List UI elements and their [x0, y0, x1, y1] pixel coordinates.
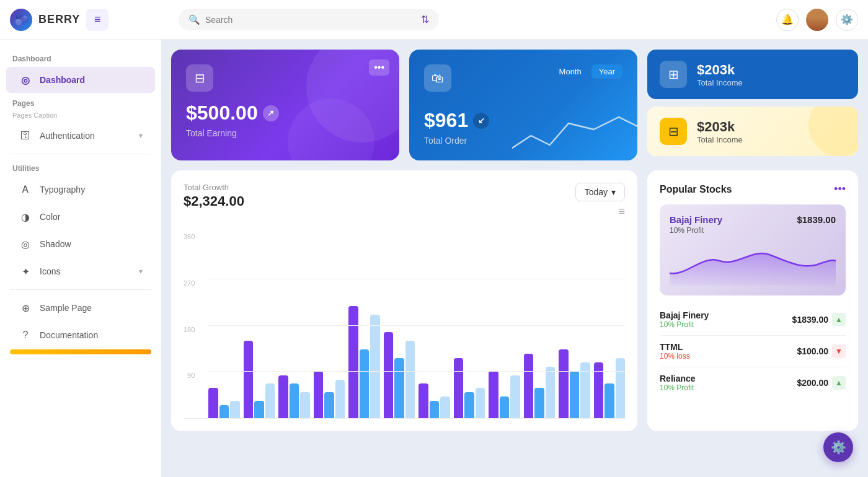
bar-light-3 [335, 380, 345, 419]
stat-amount-1: $203k [697, 62, 743, 78]
bar-light-6 [440, 396, 450, 418]
stock-price-reliance: $200.00 [797, 378, 828, 388]
search-bar: 🔍 ⇅ [179, 9, 439, 30]
logo-area: 🫐 BERRY ≡ [10, 9, 171, 31]
stock-name-group-reliance: Reliance 10% Profit [660, 374, 696, 392]
bar-group-7 [454, 358, 485, 418]
fab-settings-button[interactable]: ⚙️ [823, 432, 853, 462]
tab-year[interactable]: Year [591, 64, 622, 79]
bar-blue-6 [430, 401, 440, 418]
hamburger-button[interactable]: ≡ [86, 9, 108, 31]
bar-group-10 [559, 349, 590, 418]
bar-purple-10 [559, 349, 569, 418]
sidebar-item-dashboard[interactable]: ◎ Dashboard [6, 67, 155, 93]
stock-item-bajaj: Bajaj Finery 10% Profit $1839.00 ▲ [660, 304, 846, 336]
order-card-icon: 🛍 [424, 64, 451, 92]
sidebar-item-auth-label: Authentication [40, 131, 95, 141]
sample-page-icon: ⊕ [19, 301, 32, 315]
filter-icon[interactable]: ⇅ [421, 14, 429, 25]
shadow-icon: ◎ [19, 237, 32, 251]
chevron-down-icon-3: ▾ [611, 187, 616, 197]
sidebar-item-color[interactable]: ◑ Color [6, 204, 155, 230]
app-logo-text: BERRY [38, 13, 80, 26]
y-axis-labels: 360 270 180 90 [184, 233, 198, 418]
sidebar-item-shadow[interactable]: ◎ Shadow [6, 231, 155, 257]
chart-title: Total Growth [184, 183, 244, 192]
bar-purple-0 [208, 388, 218, 418]
stock-profit-reliance: 10% Profit [660, 383, 696, 392]
bar-group-6 [418, 383, 450, 418]
earning-amount: $500.00 ↗ [186, 102, 384, 125]
stock-arrow-bajaj: ▲ [832, 313, 846, 326]
bar-purple-4 [348, 306, 358, 418]
stat-card-income-blue: ⊞ $203k Total Income [647, 50, 858, 99]
bar-blue-8 [500, 396, 510, 418]
tab-month[interactable]: Month [552, 64, 589, 79]
bar-purple-3 [314, 371, 324, 418]
chevron-down-icon-2: ▾ [139, 267, 143, 276]
sidebar-item-typography[interactable]: Ꭺ Typography [6, 177, 155, 203]
dashboard-section-label: Dashboard [0, 50, 161, 66]
today-button[interactable]: Today ▾ [575, 183, 625, 201]
chart-menu-icon[interactable]: ≡ [618, 205, 625, 218]
stock-name-group-bajaj: Bajaj Finery 10% Profit [660, 310, 709, 329]
bar-group-8 [489, 371, 520, 418]
sidebar-item-documentation[interactable]: ? Documentation [6, 322, 155, 348]
sidebar: Dashboard ◎ Dashboard Pages Pages Captio… [0, 40, 161, 477]
bar-light-0 [230, 401, 240, 418]
yellow-blob [808, 107, 858, 156]
chart-header-left: Total Growth $2,324.00 [184, 183, 244, 209]
search-icon: 🔍 [188, 14, 200, 25]
search-input[interactable] [205, 15, 416, 25]
order-wave-chart [512, 111, 637, 160]
featured-stock-info: Bajaj Finery 10% Profit [670, 214, 722, 235]
stock-name-ttml: TTML [660, 342, 690, 352]
topbar-right: 🔔 ⚙️ [776, 9, 858, 31]
order-card-top: 🛍 Month Year [424, 64, 622, 102]
earning-more-button[interactable]: ••• [369, 59, 389, 76]
bar-blue-5 [394, 358, 404, 418]
stat-amount-2: $203k [697, 119, 743, 135]
bag-icon: 🛍 [432, 71, 444, 85]
stock-price-group-reliance: $200.00 ▲ [797, 376, 846, 390]
stock-profit-ttml: 10% loss [660, 352, 690, 361]
notification-button[interactable]: 🔔 [776, 9, 799, 31]
bar-blue-1 [254, 401, 264, 418]
sidebar-item-authentication[interactable]: ⚿ Authentication ▾ [6, 123, 155, 149]
icons-icon: ✦ [19, 265, 32, 278]
bar-light-9 [546, 367, 556, 418]
sidebar-item-sample-page[interactable]: ⊕ Sample Page [6, 295, 155, 321]
bar-light-4 [370, 315, 380, 418]
today-label: Today [585, 187, 608, 197]
bar-light-5 [405, 341, 415, 418]
bar-light-7 [476, 388, 485, 418]
bar-blue-7 [464, 392, 474, 418]
grid-line-3 [208, 371, 625, 372]
documentation-icon: ? [19, 328, 32, 342]
stock-name-bajaj: Bajaj Finery [660, 310, 709, 320]
chevron-down-icon: ▾ [139, 131, 143, 140]
sidebar-item-icons[interactable]: ✦ Icons ▾ [6, 258, 155, 284]
stock-item-reliance: Reliance 10% Profit $200.00 ▲ [660, 367, 846, 398]
pages-section-label: Pages [0, 94, 161, 110]
bar-purple-6 [418, 383, 428, 418]
bar-blue-9 [534, 388, 544, 418]
stock-name-reliance: Reliance [660, 374, 696, 383]
stock-item-ttml: TTML 10% loss $100.00 ▼ [660, 336, 846, 367]
bar-purple-5 [384, 332, 394, 418]
utilities-section-label: Utilities [0, 159, 161, 175]
avatar[interactable] [806, 9, 828, 31]
stocks-more-icon[interactable]: ••• [834, 183, 846, 196]
bar-light-8 [510, 375, 520, 418]
bar-blue-3 [324, 392, 334, 418]
settings-button[interactable]: ⚙️ [836, 9, 858, 31]
chart-section: Total Growth $2,324.00 Today ▾ ≡ 360 [171, 170, 858, 431]
order-card: 🛍 Month Year $961 ↙ Total Order [409, 50, 637, 160]
bar-blue-2 [290, 383, 299, 418]
stock-price-ttml: $100.00 [797, 346, 828, 356]
bar-group-5 [384, 332, 415, 418]
sidebar-item-icons-label: Icons [40, 266, 60, 276]
bar-group-11 [594, 358, 626, 418]
earning-arrow-icon: ↗ [263, 105, 279, 121]
earning-card: ••• ⊟ $500.00 ↗ Total Earning [171, 50, 399, 160]
